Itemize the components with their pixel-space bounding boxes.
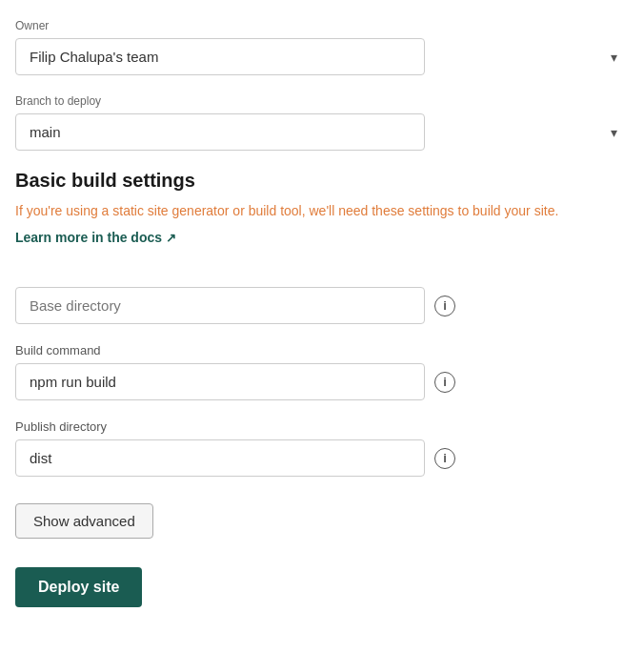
publish-directory-group: Publish directory i [15, 419, 629, 477]
build-command-info-icon: i [434, 372, 455, 393]
chevron-down-icon-branch: ▾ [611, 125, 617, 140]
publish-directory-info-icon: i [434, 448, 455, 469]
deploy-site-button[interactable]: Deploy site [15, 567, 142, 607]
owner-select[interactable]: Filip Chalupa's team [15, 38, 425, 75]
base-directory-input[interactable] [15, 287, 425, 324]
build-command-label: Build command [15, 343, 629, 357]
base-directory-group: i [15, 287, 629, 324]
build-command-input[interactable] [15, 363, 425, 400]
base-directory-row: i [15, 287, 629, 324]
owner-select-wrapper: Filip Chalupa's team ▾ [15, 38, 629, 75]
learn-more-link[interactable]: Learn more in the docs [15, 230, 176, 245]
publish-directory-label: Publish directory [15, 419, 629, 434]
branch-section: Branch to deploy main ▾ [15, 94, 629, 151]
build-command-group: Build command i [15, 343, 629, 400]
branch-label: Branch to deploy [15, 94, 629, 108]
build-command-row: i [15, 363, 629, 400]
show-advanced-button[interactable]: Show advanced [15, 503, 153, 539]
build-settings-description: If you're using a static site generator … [15, 201, 629, 221]
chevron-down-icon: ▾ [611, 50, 617, 65]
owner-section: Owner Filip Chalupa's team ▾ [15, 19, 629, 75]
build-settings-heading: Basic build settings [15, 170, 629, 192]
owner-label: Owner [15, 19, 629, 32]
branch-select-wrapper: main ▾ [15, 113, 629, 151]
branch-select[interactable]: main [15, 113, 425, 151]
publish-directory-row: i [15, 439, 629, 477]
base-directory-info-icon: i [434, 296, 455, 316]
build-settings-section: Basic build settings If you're using a s… [15, 170, 629, 477]
publish-directory-input[interactable] [15, 439, 425, 477]
